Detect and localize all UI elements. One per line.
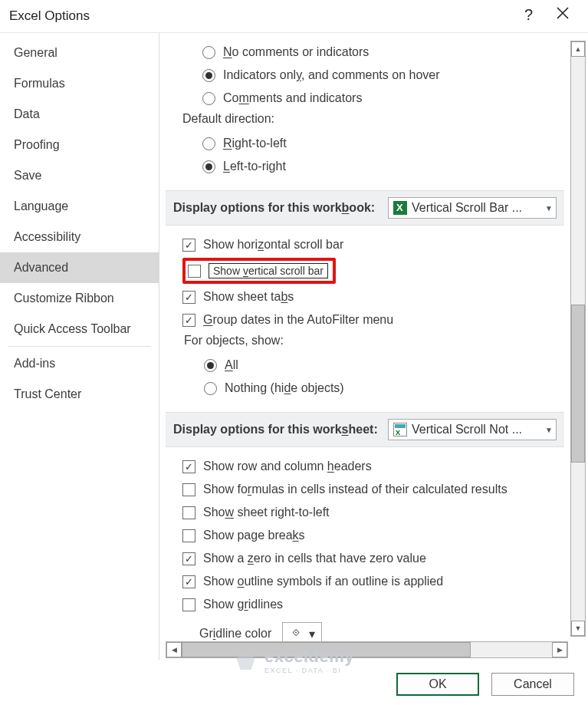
checkbox-icon — [182, 529, 195, 542]
check-sheet-tabs[interactable]: Show sheet tabs — [182, 285, 555, 308]
titlebar: Excel Options ? — [0, 0, 588, 32]
checkbox-icon — [182, 506, 195, 519]
radio-label: Comments and indicators — [223, 91, 362, 105]
excel-sheet-icon — [393, 423, 407, 437]
cancel-button[interactable]: Cancel — [491, 673, 574, 696]
sidebar-item-general[interactable]: General — [0, 38, 159, 68]
excel-workbook-icon — [393, 201, 407, 215]
check-sheet-rtl[interactable]: Show sheet right-to-left — [182, 501, 555, 524]
checkbox-icon — [182, 314, 195, 327]
check-group-dates[interactable]: Group dates in the AutoFilter menu — [182, 308, 555, 331]
default-direction-label: Default direction: — [166, 112, 555, 126]
scroll-left-icon[interactable]: ◀ — [166, 642, 182, 657]
help-icon[interactable]: ? — [524, 6, 533, 24]
scroll-right-icon[interactable]: ▶ — [552, 642, 567, 657]
sidebar-item-advanced[interactable]: Advanced — [0, 252, 159, 283]
check-label: Show page breaks — [203, 529, 305, 542]
section-workbook-display: Display options for this workbook: Verti… — [166, 190, 564, 226]
checkbox-icon — [182, 598, 195, 611]
check-label: Show row and column headers — [203, 460, 372, 473]
check-label: Show sheet right-to-left — [203, 506, 330, 519]
dropdown-text: Vertical Scroll Not ... — [412, 423, 540, 437]
scroll-thumb[interactable] — [571, 305, 585, 463]
checkbox-icon — [182, 483, 195, 496]
sidebar-item-proofing[interactable]: Proofing — [0, 130, 159, 160]
ok-button[interactable]: OK — [396, 673, 479, 696]
sidebar-item-addins[interactable]: Add-ins — [0, 348, 159, 379]
check-row-col-headers[interactable]: Show row and column headers — [182, 455, 555, 478]
scroll-track[interactable] — [571, 57, 585, 621]
sidebar-separator — [8, 346, 151, 347]
gridline-color-picker[interactable]: ⟐ ▾ — [282, 622, 322, 641]
check-formulas-in-cells[interactable]: Show formulas in cells instead of their … — [182, 478, 555, 501]
radio-obj-all[interactable]: All — [204, 354, 555, 377]
radio-label: No comments or indicators — [223, 45, 369, 59]
radio-obj-nothing[interactable]: Nothing (hide objects) — [204, 377, 555, 400]
radio-label: Nothing (hide objects) — [225, 381, 344, 395]
check-page-breaks[interactable]: Show page breaks — [182, 524, 555, 547]
scroll-down-icon[interactable]: ▼ — [571, 621, 585, 636]
radio-icon — [202, 92, 215, 105]
checkbox-icon — [182, 460, 195, 473]
check-label: Group dates in the AutoFilter menu — [203, 313, 393, 327]
check-outline-symbols[interactable]: Show outline symbols if an outline is ap… — [182, 570, 555, 593]
gridline-color-label: Gridline color — [199, 627, 271, 641]
chevron-down-icon: ▼ — [545, 204, 553, 212]
objects-label: For objects, show: — [182, 334, 555, 348]
checkbox-icon[interactable] — [188, 265, 201, 278]
radio-label: Indicators only, and comments on hover — [223, 68, 440, 82]
paint-bucket-icon: ⟐ — [289, 624, 303, 642]
radio-label: Left-to-right — [223, 160, 286, 173]
radio-comments-indicators[interactable]: Comments and indicators — [202, 87, 555, 110]
radio-ltr[interactable]: Left-to-right — [202, 155, 555, 178]
radio-icon — [202, 160, 215, 173]
sidebar-item-save[interactable]: Save — [0, 160, 159, 191]
worksheet-dropdown[interactable]: Vertical Scroll Not ... ▼ — [388, 419, 557, 440]
check-label: Show outline symbols if an outline is ap… — [203, 575, 443, 588]
sidebar-item-data[interactable]: Data — [0, 99, 159, 130]
radio-label: All — [225, 358, 238, 372]
check-zero-values[interactable]: Show a zero in cells that have zero valu… — [182, 547, 555, 570]
check-label: Show sheet tabs — [203, 290, 294, 304]
check-label: Show gridlines — [203, 598, 283, 611]
sidebar-item-language[interactable]: Language — [0, 191, 159, 222]
section-worksheet-display: Display options for this worksheet: Vert… — [166, 412, 564, 447]
radio-icon — [202, 46, 215, 59]
highlighted-option: Show vertical scroll bar — [182, 258, 336, 284]
radio-icon — [202, 137, 215, 150]
chevron-down-icon: ▼ — [545, 426, 553, 434]
radio-no-comments[interactable]: No comments or indicators — [202, 41, 555, 64]
sidebar-item-trust-center[interactable]: Trust Center — [0, 379, 159, 410]
vertical-scrollbar[interactable]: ▲ ▼ — [570, 41, 586, 637]
sidebar-item-accessibility[interactable]: Accessibility — [0, 222, 159, 252]
sidebar-item-formulas[interactable]: Formulas — [0, 68, 159, 99]
scroll-thumb[interactable] — [182, 642, 471, 657]
checkbox-icon — [182, 291, 195, 304]
check-label: Show formulas in cells instead of their … — [203, 483, 508, 496]
window-title: Excel Options — [9, 8, 90, 24]
check-label[interactable]: Show vertical scroll bar — [209, 263, 328, 278]
horizontal-scrollbar[interactable]: ◀ ▶ — [166, 641, 568, 658]
check-label: Show horizontal scroll bar — [203, 238, 343, 252]
radio-label: Right-to-left — [223, 137, 287, 150]
radio-indicators-only[interactable]: Indicators only, and comments on hover — [202, 64, 555, 87]
dropdown-text: Vertical Scroll Bar ... — [412, 201, 540, 215]
radio-rtl[interactable]: Right-to-left — [202, 132, 555, 155]
radio-icon — [202, 69, 215, 82]
radio-icon — [204, 359, 217, 372]
checkbox-icon — [182, 575, 195, 588]
sidebar-item-customize-ribbon[interactable]: Customize Ribbon — [0, 283, 159, 314]
scroll-track[interactable] — [182, 642, 552, 657]
close-icon[interactable] — [551, 5, 574, 25]
section-title: Display options for this worksheet: — [173, 423, 380, 437]
workbook-dropdown[interactable]: Vertical Scroll Bar ... ▼ — [388, 197, 557, 219]
section-title: Display options for this workbook: — [173, 201, 380, 215]
check-h-scroll[interactable]: Show horizontal scroll bar — [182, 233, 555, 256]
scroll-up-icon[interactable]: ▲ — [571, 41, 585, 57]
radio-icon — [204, 382, 217, 395]
checkbox-icon — [182, 239, 195, 252]
sidebar-item-quick-access-toolbar[interactable]: Quick Access Toolbar — [0, 314, 159, 344]
footer: OK Cancel — [0, 664, 588, 705]
sidebar: General Formulas Data Proofing Save Lang… — [0, 33, 159, 660]
check-gridlines[interactable]: Show gridlines — [182, 593, 555, 616]
